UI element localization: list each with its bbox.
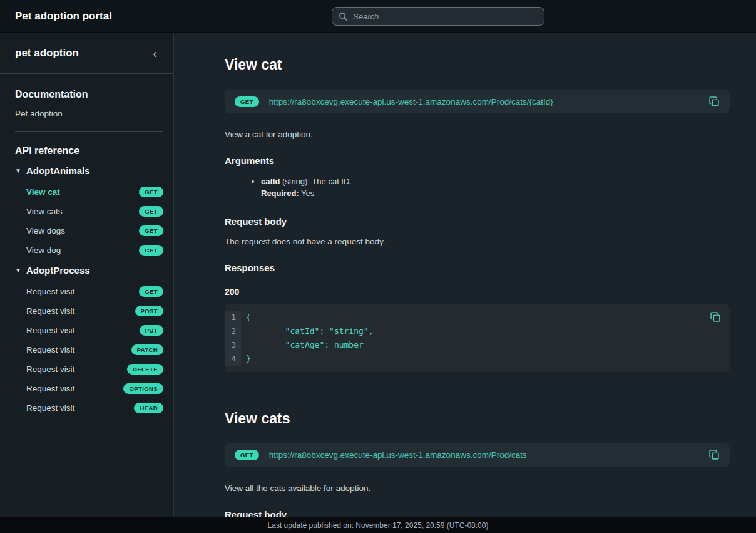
sidebar-item-label: Request visit bbox=[26, 384, 74, 393]
sidebar-item-label: Request visit bbox=[26, 306, 74, 316]
search-input[interactable] bbox=[353, 12, 538, 21]
sidebar-item-request-visit-post[interactable]: Request visit POST bbox=[15, 303, 163, 319]
line-number: 2 bbox=[225, 324, 241, 338]
response-code-block: 1 { 2 "catId": "string", 3 "catAge": num… bbox=[225, 304, 730, 372]
method-badge: GET bbox=[235, 96, 259, 107]
method-badge: GET bbox=[139, 206, 163, 217]
sidebar: pet adoption ‹ Documentation Pet adoptio… bbox=[0, 33, 174, 533]
required-label: Required: bbox=[261, 189, 299, 198]
endpoint-url[interactable]: https://ra8obxcevg.execute-api.us-west-1… bbox=[269, 450, 699, 460]
app-title: Pet adoption portal bbox=[15, 10, 112, 23]
sidebar-divider bbox=[15, 131, 163, 132]
sidebar-item-request-visit-put[interactable]: Request visit PUT bbox=[15, 322, 163, 339]
sidebar-item-pet-adoption[interactable]: Pet adoption bbox=[15, 109, 163, 118]
arguments-heading: Arguments bbox=[225, 155, 730, 166]
last-update-text: Last update published on: November 17, 2… bbox=[268, 521, 489, 530]
chevron-down-icon: ▼ bbox=[15, 267, 21, 274]
line-number: 4 bbox=[225, 352, 241, 366]
portal-name: pet adoption bbox=[15, 47, 79, 60]
code-text: } bbox=[241, 352, 251, 366]
sidebar-group-adoptprocess[interactable]: ▼ AdoptProcess bbox=[15, 265, 163, 276]
sidebar-item-label: View dogs bbox=[26, 226, 65, 235]
line-number: 3 bbox=[225, 338, 241, 352]
method-badge: POST bbox=[135, 306, 163, 316]
sidebar-item-label: View dog bbox=[26, 246, 61, 255]
sidebar-header: pet adoption ‹ bbox=[0, 33, 173, 74]
top-bar: Pet adoption portal bbox=[0, 0, 756, 33]
operation-description: View a cat for adoption. bbox=[225, 130, 730, 139]
method-badge: HEAD bbox=[134, 403, 163, 413]
sidebar-item-label: Request visit bbox=[26, 287, 74, 296]
page-title: View cats bbox=[225, 410, 730, 427]
page-title: View cat bbox=[225, 56, 730, 73]
argument-item: catId (string): The cat ID. Required: Ye… bbox=[261, 176, 730, 200]
sidebar-collapse-icon[interactable]: ‹ bbox=[149, 46, 161, 61]
sidebar-group-adoptanimals[interactable]: ▼ AdoptAnimals bbox=[15, 165, 163, 176]
search-icon bbox=[339, 12, 348, 21]
code-text: "catAge": number bbox=[241, 338, 364, 352]
sidebar-item-request-visit-get[interactable]: Request visit GET bbox=[15, 283, 163, 300]
sidebar-item-label: Request visit bbox=[26, 365, 74, 374]
group-label: AdoptProcess bbox=[26, 265, 90, 276]
code-line: 3 "catAge": number bbox=[225, 338, 730, 352]
code-line: 1 { bbox=[225, 311, 730, 324]
sidebar-item-view-dogs[interactable]: View dogs GET bbox=[15, 222, 163, 239]
argument-description: (string): The cat ID. bbox=[280, 177, 352, 186]
sidebar-item-request-visit-head[interactable]: Request visit HEAD bbox=[15, 400, 163, 417]
method-badge: OPTIONS bbox=[123, 383, 163, 394]
sidebar-item-label: View cat bbox=[26, 187, 60, 197]
section-divider bbox=[225, 391, 730, 391]
method-badge: GET bbox=[139, 245, 163, 256]
code-text: { bbox=[241, 311, 251, 324]
sidebar-item-label: Request visit bbox=[26, 345, 74, 354]
sidebar-item-request-visit-patch[interactable]: Request visit PATCH bbox=[15, 341, 163, 358]
copy-icon[interactable] bbox=[709, 450, 720, 460]
copy-icon[interactable] bbox=[710, 312, 721, 323]
method-badge: DELETE bbox=[127, 364, 163, 375]
method-badge: GET bbox=[139, 225, 163, 236]
operation-description: View all the cats available for adoption… bbox=[225, 484, 730, 493]
arguments-list: catId (string): The cat ID. Required: Ye… bbox=[225, 176, 730, 200]
main-content: View cat GET https://ra8obxcevg.execute-… bbox=[174, 33, 756, 533]
chevron-down-icon: ▼ bbox=[15, 167, 21, 174]
footer: Last update published on: November 17, 2… bbox=[0, 517, 756, 533]
api-reference-heading: API reference bbox=[15, 145, 163, 157]
endpoint-url[interactable]: https://ra8obxcevg.execute-api.us-west-1… bbox=[269, 97, 699, 106]
method-badge: GET bbox=[235, 450, 259, 460]
method-badge: GET bbox=[139, 187, 163, 197]
sidebar-item-view-cat[interactable]: View cat GET bbox=[15, 184, 163, 200]
sidebar-item-label: View cats bbox=[26, 207, 63, 216]
search-box[interactable] bbox=[332, 7, 544, 26]
responses-heading: Responses bbox=[225, 262, 730, 273]
code-line: 4 } bbox=[225, 352, 730, 366]
endpoint-bar: GET https://ra8obxcevg.execute-api.us-we… bbox=[225, 443, 730, 467]
code-text: "catId": "string", bbox=[241, 324, 374, 338]
sidebar-item-label: Request visit bbox=[26, 326, 74, 335]
sidebar-item-label: Request visit bbox=[26, 403, 74, 413]
request-body-heading: Request body bbox=[225, 216, 730, 227]
request-body-text: The request does not have a request body… bbox=[225, 237, 730, 246]
copy-icon[interactable] bbox=[709, 96, 720, 107]
sidebar-item-request-visit-delete[interactable]: Request visit DELETE bbox=[15, 361, 163, 378]
method-badge: GET bbox=[139, 286, 163, 297]
endpoint-bar: GET https://ra8obxcevg.execute-api.us-we… bbox=[225, 90, 730, 113]
group-label: AdoptAnimals bbox=[26, 165, 90, 176]
documentation-heading: Documentation bbox=[15, 89, 163, 100]
sidebar-item-view-dog[interactable]: View dog GET bbox=[15, 242, 163, 259]
sidebar-item-request-visit-options[interactable]: Request visit OPTIONS bbox=[15, 380, 163, 397]
line-number: 1 bbox=[225, 311, 241, 324]
code-line: 2 "catId": "string", bbox=[225, 324, 730, 338]
method-badge: PATCH bbox=[131, 344, 163, 355]
method-badge: PUT bbox=[140, 325, 163, 336]
required-value: Yes bbox=[299, 189, 315, 198]
status-code: 200 bbox=[225, 287, 730, 297]
sidebar-item-view-cats[interactable]: View cats GET bbox=[15, 203, 163, 220]
argument-name: catId bbox=[261, 177, 280, 186]
